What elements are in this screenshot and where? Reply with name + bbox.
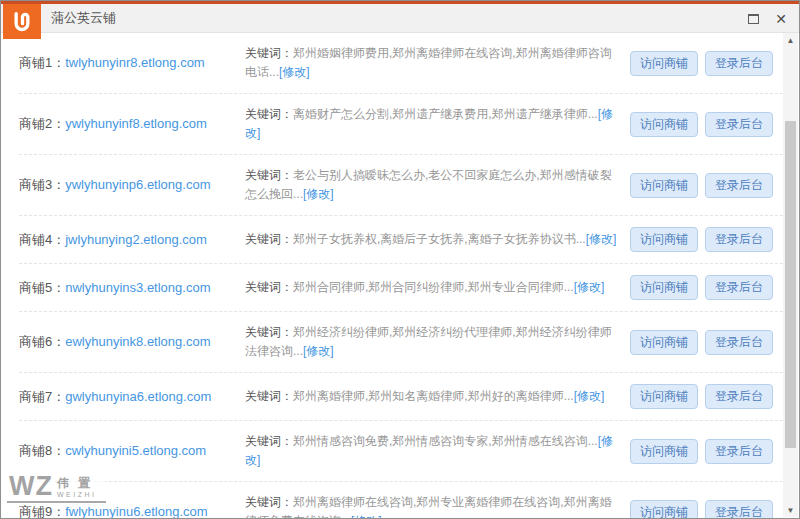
keyword-label: 关键词：	[245, 325, 293, 339]
login-backend-button[interactable]: 登录后台	[705, 275, 773, 300]
visit-shop-button[interactable]: 访问商铺	[630, 330, 698, 355]
keyword-label: 关键词：	[245, 434, 293, 448]
login-backend-button[interactable]: 登录后台	[705, 227, 773, 252]
edit-keywords-link[interactable]: [修改]	[303, 187, 334, 201]
watermark-initials: WZ	[9, 475, 53, 498]
keyword-text: 郑州情感咨询免费,郑州情感咨询专家,郑州情感在线咨询...	[293, 434, 598, 448]
shop-row: 商铺8：cwlyhunyini5.etlong.com 关键词：郑州情感咨询免费…	[19, 421, 783, 482]
keyword-label: 关键词：	[245, 107, 293, 121]
visit-shop-button[interactable]: 访问商铺	[630, 51, 698, 76]
titlebar: 蒲公英云铺 ✕	[1, 4, 799, 33]
keyword-text: 离婚财产怎么分割,郑州遗产继承费用,郑州遗产继承律师...	[293, 107, 598, 121]
shop-url-link[interactable]: gwlyhunyina6.etlong.com	[65, 389, 211, 404]
shop-label: 商铺1：	[19, 55, 65, 70]
window-controls: ✕	[748, 4, 787, 33]
keyword-label: 关键词：	[245, 232, 293, 246]
login-backend-button[interactable]: 登录后台	[705, 330, 773, 355]
shop-id-cell: 商铺7：gwlyhunyina6.etlong.com	[19, 388, 245, 406]
row-actions: 访问商铺 登录后台	[630, 112, 783, 137]
row-actions: 访问商铺 登录后台	[630, 173, 783, 198]
row-actions: 访问商铺 登录后台	[630, 500, 783, 519]
shop-url-link[interactable]: twlyhunyinr8.etlong.com	[65, 55, 204, 70]
shop-url-link[interactable]: ewlyhunyink8.etlong.com	[65, 334, 210, 349]
close-button[interactable]: ✕	[775, 12, 787, 26]
shop-list: 商铺1：twlyhunyinr8.etlong.com 关键词：郑州婚姻律师费用…	[1, 33, 783, 518]
shop-row: 商铺4：jwlyhunying2.etlong.com 关键词：郑州子女抚养权,…	[19, 216, 783, 264]
shop-label: 商铺2：	[19, 116, 65, 131]
scroll-up-icon[interactable]: ▲	[783, 33, 798, 47]
keyword-text: 郑州子女抚养权,离婚后子女抚养,离婚子女抚养协议书...	[293, 232, 586, 246]
shop-id-cell: 商铺9：fwlyhunyinu6.etlong.com	[19, 503, 245, 519]
keyword-text: 郑州经济纠纷律师,郑州经济纠纷代理律师,郑州经济纠纷律师法律咨询...	[245, 325, 612, 358]
shop-row: 商铺5：nwlyhunyins3.etlong.com 关键词：郑州合同律师,郑…	[19, 264, 783, 312]
shop-label: 商铺3：	[19, 177, 65, 192]
shop-row: 商铺9：fwlyhunyinu6.etlong.com 关键词：郑州离婚律师在线…	[19, 482, 783, 519]
row-actions: 访问商铺 登录后台	[630, 227, 783, 252]
shop-id-cell: 商铺1：twlyhunyinr8.etlong.com	[19, 54, 245, 72]
shop-url-link[interactable]: fwlyhunyinu6.etlong.com	[65, 504, 207, 519]
shop-label: 商铺8：	[19, 443, 65, 458]
scrollbar-thumb[interactable]	[785, 121, 796, 448]
row-actions: 访问商铺 登录后台	[630, 275, 783, 300]
login-backend-button[interactable]: 登录后台	[705, 439, 773, 464]
shop-url-link[interactable]: cwlyhunyini5.etlong.com	[65, 443, 206, 458]
keywords-cell: 关键词：老公与别人搞暧昧怎么办,老公不回家庭怎么办,郑州感情破裂怎么挽回...[…	[245, 166, 630, 204]
keyword-text: 老公与别人搞暧昧怎么办,老公不回家庭怎么办,郑州感情破裂怎么挽回...	[245, 168, 612, 201]
shop-row: 商铺2：ywlyhunyinf8.etlong.com 关键词：离婚财产怎么分割…	[19, 94, 783, 155]
shop-id-cell: 商铺5：nwlyhunyins3.etlong.com	[19, 279, 245, 297]
shop-id-cell: 商铺4：jwlyhunying2.etlong.com	[19, 231, 245, 249]
edit-keywords-link[interactable]: [修改]	[574, 389, 605, 403]
keyword-text: 郑州离婚律师,郑州知名离婚律师,郑州好的离婚律师...	[293, 389, 574, 403]
login-backend-button[interactable]: 登录后台	[705, 51, 773, 76]
row-actions: 访问商铺 登录后台	[630, 439, 783, 464]
shop-url-link[interactable]: ywlyhunyinp6.etlong.com	[65, 177, 210, 192]
shop-label: 商铺5：	[19, 280, 65, 295]
shop-label: 商铺7：	[19, 389, 65, 404]
shop-row: 商铺3：ywlyhunyinp6.etlong.com 关键词：老公与别人搞暧昧…	[19, 155, 783, 216]
row-actions: 访问商铺 登录后台	[630, 330, 783, 355]
visit-shop-button[interactable]: 访问商铺	[630, 439, 698, 464]
vertical-scrollbar[interactable]: ▲ ▼	[783, 33, 798, 517]
shop-id-cell: 商铺6：ewlyhunyink8.etlong.com	[19, 333, 245, 351]
keywords-cell: 关键词：郑州离婚律师,郑州知名离婚律师,郑州好的离婚律师...[修改]	[245, 387, 630, 406]
scroll-down-icon[interactable]: ▼	[783, 503, 798, 517]
row-actions: 访问商铺 登录后台	[630, 384, 783, 409]
shop-url-link[interactable]: jwlyhunying2.etlong.com	[65, 232, 207, 247]
keyword-label: 关键词：	[245, 495, 293, 509]
shop-label: 商铺6：	[19, 334, 65, 349]
edit-keywords-link[interactable]: [修改]	[574, 280, 605, 294]
keyword-text: 郑州离婚律师在线咨询,郑州专业离婚律师在线咨询,郑州离婚律师免费在线咨询...	[245, 495, 612, 519]
shop-id-cell: 商铺8：cwlyhunyini5.etlong.com	[19, 442, 245, 460]
edit-keywords-link[interactable]: [修改]	[279, 65, 310, 79]
maximize-button[interactable]	[748, 14, 759, 24]
keywords-cell: 关键词：郑州子女抚养权,离婚后子女抚养,离婚子女抚养协议书...[修改]	[245, 230, 630, 249]
login-backend-button[interactable]: 登录后台	[705, 173, 773, 198]
login-backend-button[interactable]: 登录后台	[705, 384, 773, 409]
shop-label: 商铺9：	[19, 504, 65, 519]
login-backend-button[interactable]: 登录后台	[705, 112, 773, 137]
shop-id-cell: 商铺3：ywlyhunyinp6.etlong.com	[19, 176, 245, 194]
visit-shop-button[interactable]: 访问商铺	[630, 275, 698, 300]
edit-keywords-link[interactable]: [修改]	[586, 232, 617, 246]
shop-url-link[interactable]: nwlyhunyins3.etlong.com	[65, 280, 210, 295]
visit-shop-button[interactable]: 访问商铺	[630, 112, 698, 137]
keywords-cell: 关键词：离婚财产怎么分割,郑州遗产继承费用,郑州遗产继承律师...[修改]	[245, 105, 630, 143]
shop-row: 商铺6：ewlyhunyink8.etlong.com 关键词：郑州经济纠纷律师…	[19, 312, 783, 373]
visit-shop-button[interactable]: 访问商铺	[630, 173, 698, 198]
shop-row: 商铺1：twlyhunyinr8.etlong.com 关键词：郑州婚姻律师费用…	[19, 33, 783, 94]
window-title: 蒲公英云铺	[51, 9, 116, 27]
dandelion-logo	[3, 4, 41, 39]
watermark-subtext: WEIZHI	[57, 491, 97, 498]
keywords-cell: 关键词：郑州合同律师,郑州合同纠纷律师,郑州专业合同律师...[修改]	[245, 278, 630, 297]
shop-url-link[interactable]: ywlyhunyinf8.etlong.com	[65, 116, 207, 131]
visit-shop-button[interactable]: 访问商铺	[630, 384, 698, 409]
login-backend-button[interactable]: 登录后台	[705, 500, 773, 519]
dandelion-u-icon	[7, 7, 37, 37]
row-actions: 访问商铺 登录后台	[630, 51, 783, 76]
edit-keywords-link[interactable]: [修改]	[351, 514, 382, 519]
watermark-name: 伟 置	[57, 477, 97, 489]
edit-keywords-link[interactable]: [修改]	[303, 344, 334, 358]
visit-shop-button[interactable]: 访问商铺	[630, 227, 698, 252]
visit-shop-button[interactable]: 访问商铺	[630, 500, 698, 519]
keywords-cell: 关键词：郑州经济纠纷律师,郑州经济纠纷代理律师,郑州经济纠纷律师法律咨询...[…	[245, 323, 630, 361]
